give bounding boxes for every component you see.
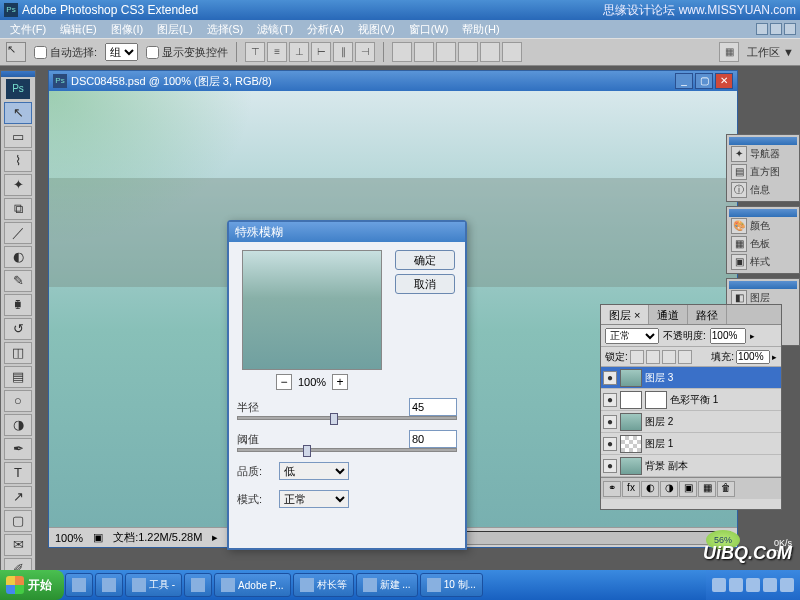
new-layer-icon[interactable]: ▦ bbox=[698, 481, 716, 497]
close-button[interactable] bbox=[784, 23, 796, 35]
swatches-icon[interactable]: ▦ bbox=[731, 236, 747, 252]
heal-tool[interactable]: ◐ bbox=[4, 246, 32, 268]
crop-tool[interactable]: ⧉ bbox=[4, 198, 32, 220]
stamp-tool[interactable]: ⧯ bbox=[4, 294, 32, 316]
gradient-tool[interactable]: ▤ bbox=[4, 366, 32, 388]
panel-navigator[interactable]: 导航器 bbox=[750, 147, 780, 161]
menu-select[interactable]: 选择(S) bbox=[201, 22, 250, 37]
tab-layers[interactable]: 图层 × bbox=[601, 305, 649, 324]
taskbar-item[interactable]: 10 制... bbox=[420, 573, 483, 597]
visibility-icon[interactable]: ● bbox=[603, 371, 617, 385]
taskbar-item[interactable]: 村长等 bbox=[293, 573, 354, 597]
panel-layers-dock[interactable]: 图层 bbox=[750, 291, 770, 305]
brush-tool[interactable]: ✎ bbox=[4, 270, 32, 292]
layer-name[interactable]: 图层 1 bbox=[645, 437, 673, 451]
dodge-tool[interactable]: ◑ bbox=[4, 414, 32, 436]
notes-tool[interactable]: ✉ bbox=[4, 534, 32, 556]
styles-icon[interactable]: ▣ bbox=[731, 254, 747, 270]
eraser-tool[interactable]: ◫ bbox=[4, 342, 32, 364]
distribute-2-icon[interactable] bbox=[414, 42, 434, 62]
mode-select[interactable]: 正常 bbox=[279, 490, 349, 508]
blur-tool[interactable]: ○ bbox=[4, 390, 32, 412]
restore-button[interactable] bbox=[770, 23, 782, 35]
align-right-icon[interactable]: ⊣ bbox=[355, 42, 375, 62]
ok-button[interactable]: 确定 bbox=[395, 250, 455, 270]
panel-grip[interactable] bbox=[729, 281, 797, 289]
move-tool-preset[interactable]: ↖ bbox=[6, 42, 26, 62]
distribute-3-icon[interactable] bbox=[436, 42, 456, 62]
zoom-level[interactable]: 100% bbox=[55, 532, 83, 544]
delete-layer-icon[interactable]: 🗑 bbox=[717, 481, 735, 497]
lock-image-icon[interactable] bbox=[646, 350, 660, 364]
panel-swatches[interactable]: 色板 bbox=[750, 237, 770, 251]
layer-thumbnail[interactable] bbox=[620, 369, 642, 387]
move-tool[interactable]: ↖ bbox=[4, 102, 32, 124]
layer-thumbnail[interactable] bbox=[620, 413, 642, 431]
layer-style-icon[interactable]: fx bbox=[622, 481, 640, 497]
info-icon[interactable]: ⓘ bbox=[731, 182, 747, 198]
doc-close-button[interactable]: ✕ bbox=[715, 73, 733, 89]
toolbox-grip[interactable] bbox=[1, 71, 35, 77]
color-icon[interactable]: 🎨 bbox=[731, 218, 747, 234]
layer-name[interactable]: 图层 3 bbox=[645, 371, 673, 385]
group-icon[interactable]: ▣ bbox=[679, 481, 697, 497]
zoom-in-button[interactable]: + bbox=[332, 374, 348, 390]
layer-thumbnail[interactable] bbox=[620, 457, 642, 475]
path-tool[interactable]: ↗ bbox=[4, 486, 32, 508]
distribute-4-icon[interactable] bbox=[458, 42, 478, 62]
blend-mode-select[interactable]: 正常 bbox=[605, 328, 659, 344]
tab-channels[interactable]: 通道 bbox=[649, 305, 688, 324]
histogram-icon[interactable]: ▤ bbox=[731, 164, 747, 180]
layer-name[interactable]: 色彩平衡 1 bbox=[670, 393, 718, 407]
panel-grip[interactable] bbox=[729, 209, 797, 217]
align-hcenter-icon[interactable]: ∥ bbox=[333, 42, 353, 62]
tab-paths[interactable]: 路径 bbox=[688, 305, 727, 324]
distribute-5-icon[interactable] bbox=[480, 42, 500, 62]
taskbar-item[interactable]: Adobe P... bbox=[214, 573, 290, 597]
document-titlebar[interactable]: Ps DSC08458.psd @ 100% (图层 3, RGB/8) _ ▢… bbox=[49, 71, 737, 91]
layer-name[interactable]: 图层 2 bbox=[645, 415, 673, 429]
marquee-tool[interactable]: ▭ bbox=[4, 126, 32, 148]
layer-row[interactable]: ● 图层 1 bbox=[601, 433, 781, 455]
mask-thumbnail[interactable] bbox=[645, 391, 667, 409]
shape-tool[interactable]: ▢ bbox=[4, 510, 32, 532]
link-layers-icon[interactable]: ⚭ bbox=[603, 481, 621, 497]
panel-styles[interactable]: 样式 bbox=[750, 255, 770, 269]
layer-row[interactable]: ● 背景 副本 bbox=[601, 455, 781, 477]
menu-file[interactable]: 文件(F) bbox=[4, 22, 52, 37]
align-left-icon[interactable]: ⊢ bbox=[311, 42, 331, 62]
menu-view[interactable]: 视图(V) bbox=[352, 22, 401, 37]
menu-window[interactable]: 窗口(W) bbox=[403, 22, 455, 37]
fill-input[interactable] bbox=[736, 350, 770, 364]
quality-select[interactable]: 低 bbox=[279, 462, 349, 480]
panel-color[interactable]: 颜色 bbox=[750, 219, 770, 233]
opacity-input[interactable] bbox=[710, 328, 746, 344]
align-top-icon[interactable]: ⊤ bbox=[245, 42, 265, 62]
visibility-icon[interactable]: ● bbox=[603, 415, 617, 429]
taskbar-item[interactable]: 新建 ... bbox=[356, 573, 418, 597]
doc-minimize-button[interactable]: _ bbox=[675, 73, 693, 89]
show-transform-checkbox[interactable] bbox=[146, 46, 159, 59]
layer-mask-icon[interactable]: ◐ bbox=[641, 481, 659, 497]
fill-chevron-icon[interactable]: ▸ bbox=[772, 352, 777, 362]
wand-tool[interactable]: ✦ bbox=[4, 174, 32, 196]
tray-icon[interactable] bbox=[746, 578, 760, 592]
cancel-button[interactable]: 取消 bbox=[395, 274, 455, 294]
type-tool[interactable]: T bbox=[4, 462, 32, 484]
tray-icon[interactable] bbox=[729, 578, 743, 592]
distribute-6-icon[interactable] bbox=[502, 42, 522, 62]
menu-edit[interactable]: 编辑(E) bbox=[54, 22, 103, 37]
menu-help[interactable]: 帮助(H) bbox=[456, 22, 505, 37]
doc-info-chevron[interactable]: ▸ bbox=[212, 531, 218, 544]
preview-thumbnail[interactable] bbox=[242, 250, 382, 370]
history-brush-tool[interactable]: ↺ bbox=[4, 318, 32, 340]
distribute-1-icon[interactable] bbox=[392, 42, 412, 62]
panel-info[interactable]: 信息 bbox=[750, 183, 770, 197]
lock-position-icon[interactable] bbox=[662, 350, 676, 364]
align-bottom-icon[interactable]: ⊥ bbox=[289, 42, 309, 62]
pen-tool[interactable]: ✒ bbox=[4, 438, 32, 460]
workspace-dropdown[interactable]: 工作区 ▼ bbox=[747, 45, 794, 60]
menu-filter[interactable]: 滤镜(T) bbox=[251, 22, 299, 37]
taskbar-item[interactable] bbox=[184, 573, 212, 597]
align-vcenter-icon[interactable]: ≡ bbox=[267, 42, 287, 62]
